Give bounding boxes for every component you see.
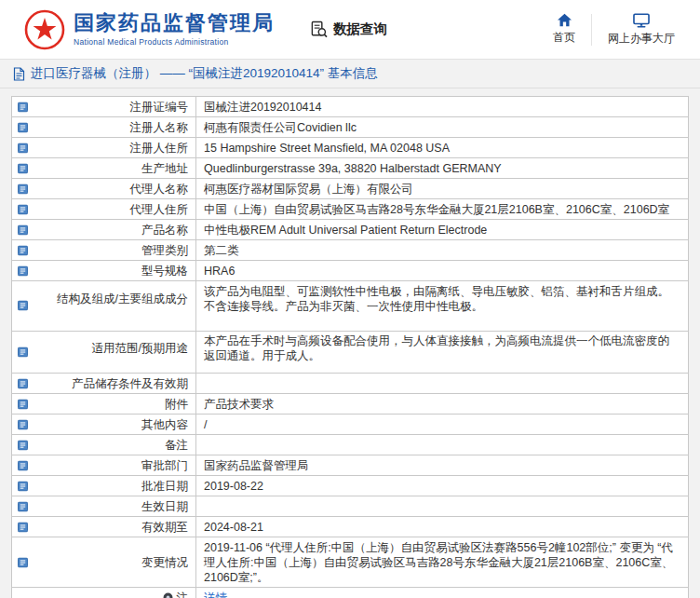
table-row: 生效日期	[12, 496, 689, 517]
row-label: 管理类别	[141, 244, 188, 257]
row-value-cell: 本产品在手术时与高频设备配合使用，与人体直接接触，为高频电流提供一个低电流密度的…	[196, 331, 689, 374]
table-row: 结构及组成/主要组成成分该产品为电阻型、可监测软性中性电极，由隔离纸、导电压敏胶…	[12, 281, 689, 332]
page-title: 进口医疗器械（注册） —— “国械注进20192010414” 基本信息	[31, 65, 378, 82]
row-value-cell: 中性电极REM Adult Universal Patient Return E…	[196, 220, 689, 240]
detail-link[interactable]: 详情	[204, 591, 227, 598]
row-label: 代理人住所	[130, 203, 189, 216]
row-label-cell: 生产地址	[12, 158, 196, 179]
table-row: 产品名称中性电极REM Adult Universal Patient Retu…	[12, 220, 689, 240]
row-label: 注	[177, 591, 189, 598]
nav-home-label: 首页	[553, 30, 575, 46]
site-header: 国家药品监督管理局 National Medical Products Admi…	[0, 0, 700, 60]
table-row: 注册证编号国械注进20192010414	[12, 97, 689, 117]
row-label: 注册证编号	[130, 101, 189, 114]
form-icon	[18, 460, 28, 470]
row-label: 审批部门	[141, 459, 188, 472]
row-label: 其他内容	[141, 418, 188, 431]
row-label-cell: 变更情况	[12, 537, 196, 588]
form-icon	[18, 265, 28, 276]
row-label: 生效日期	[141, 500, 188, 513]
row-label-cell: 注	[12, 588, 196, 598]
form-icon	[18, 501, 28, 511]
table-row: 代理人名称柯惠医疗器材国际贸易（上海）有限公司	[12, 179, 689, 199]
row-value-cell: 该产品为电阻型、可监测软性中性电极，由隔离纸、导电压敏胶、铝箔、基衬和舌片组成。…	[196, 281, 689, 332]
row-label: 代理人名称	[130, 183, 189, 196]
table-row: 附件产品技术要求	[12, 394, 689, 415]
row-label-cell: 生效日期	[12, 496, 196, 517]
document-icon	[13, 67, 25, 81]
row-label-cell: 代理人住所	[12, 199, 196, 220]
row-label-cell: 备注	[12, 435, 196, 455]
form-icon	[18, 163, 28, 173]
row-value-cell: Quedlinburgerstrasse 39a, 38820 Halberst…	[196, 158, 689, 179]
form-icon	[18, 440, 28, 450]
table-row: 注册人住所15 Hampshire Street Mansfield, MA 0…	[12, 138, 689, 158]
table-row: 注册人名称柯惠有限责任公司Covidien llc	[12, 117, 689, 138]
data-query-icon	[310, 20, 328, 38]
row-value-cell	[196, 435, 689, 455]
row-label: 附件	[165, 398, 188, 411]
row-label-cell: 注册人住所	[12, 138, 196, 158]
row-value-cell: 2024-08-21	[196, 517, 689, 537]
form-icon	[18, 122, 28, 132]
header-nav: 首页 网上办事大厅	[537, 13, 691, 47]
table-row: 管理类别第二类	[12, 240, 689, 261]
row-label: 产品名称	[141, 224, 188, 237]
row-value-cell: 第二类	[196, 240, 689, 261]
agency-logo[interactable]: 国家药品监督管理局 National Medical Products Admi…	[24, 9, 275, 50]
row-value-cell: 国家药品监督管理局	[196, 455, 689, 476]
form-icon	[18, 143, 28, 153]
form-icon	[18, 301, 28, 311]
row-value-cell: 柯惠医疗器材国际贸易（上海）有限公司	[196, 179, 689, 199]
table-row: 生产地址Quedlinburgerstrasse 39a, 38820 Halb…	[12, 158, 689, 179]
row-label: 产品储存条件及有效期	[72, 377, 188, 390]
row-label: 备注	[165, 439, 188, 452]
registration-info-table: 注册证编号国械注进20192010414注册人名称柯惠有限责任公司Covidie…	[11, 96, 689, 598]
row-label: 注册人名称	[130, 121, 189, 134]
form-icon	[18, 419, 28, 429]
form-icon	[18, 557, 28, 567]
row-label-cell: 结构及组成/主要组成成分	[12, 281, 196, 332]
row-label: 适用范围/预期用途	[92, 342, 188, 355]
row-label: 型号规格	[141, 265, 188, 278]
form-icon	[18, 399, 28, 409]
row-value-cell: HRA6	[196, 261, 689, 281]
row-label: 注册人住所	[130, 142, 189, 155]
row-label-cell: 适用范围/预期用途	[12, 331, 196, 374]
nav-online-hall-label: 网上办事大厅	[608, 31, 675, 47]
row-value-cell	[196, 496, 689, 517]
row-value-cell: 15 Hampshire Street Mansfield, MA 02048 …	[196, 138, 689, 158]
monitor-icon	[633, 13, 650, 28]
nav-data-query[interactable]: 数据查询	[310, 20, 387, 38]
row-value-cell: 2019-11-06 “代理人住所:中国（上海）自由贸易试验区法赛路556号2幢…	[196, 537, 689, 588]
row-value-cell	[196, 374, 689, 394]
row-label: 变更情况	[141, 556, 188, 569]
row-value-cell: 柯惠有限责任公司Covidien llc	[196, 117, 689, 138]
agency-name: 国家药品监督管理局 National Medical Products Admi…	[74, 12, 275, 47]
row-label: 批准日期	[141, 480, 188, 493]
row-label-cell: 产品储存条件及有效期	[12, 374, 196, 394]
row-label-cell: 有效期至	[12, 517, 196, 537]
table-row: 审批部门国家药品监督管理局	[12, 455, 689, 476]
table-row: 适用范围/预期用途本产品在手术时与高频设备配合使用，与人体直接接触，为高频电流提…	[12, 331, 689, 374]
agency-name-cn: 国家药品监督管理局	[74, 12, 275, 34]
nav-data-query-label: 数据查询	[333, 20, 387, 38]
table-row: 变更情况2019-11-06 “代理人住所:中国（上海）自由贸易试验区法赛路55…	[12, 537, 689, 588]
row-value-cell: 产品技术要求	[196, 394, 689, 415]
table-row: 注详情	[12, 588, 689, 598]
form-icon	[18, 522, 28, 532]
nav-online-hall[interactable]: 网上办事大厅	[592, 13, 691, 47]
form-icon	[18, 378, 28, 388]
row-value-cell: /	[196, 415, 689, 435]
row-label-cell: 产品名称	[12, 220, 196, 240]
row-label: 结构及组成/主要组成成分	[57, 292, 188, 306]
nav-home[interactable]: 首页	[537, 13, 591, 46]
row-value-cell: 2019-08-22	[196, 476, 689, 496]
table-row: 备注	[12, 435, 689, 455]
table-row: 型号规格HRA6	[12, 261, 689, 281]
form-icon	[18, 245, 28, 255]
row-label-cell: 代理人名称	[12, 179, 196, 199]
row-label-cell: 附件	[12, 394, 196, 415]
form-icon	[18, 224, 28, 235]
agency-name-en: National Medical Products Administration	[74, 37, 275, 47]
